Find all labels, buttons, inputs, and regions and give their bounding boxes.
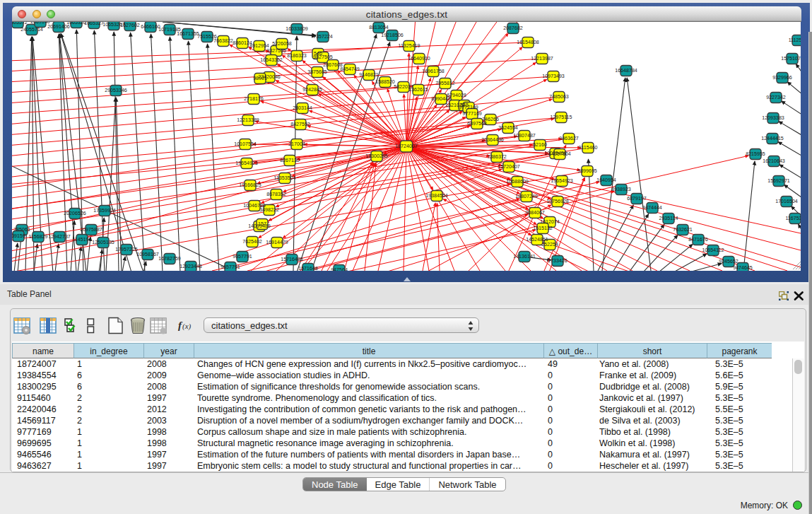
svg-text:1640954: 1640954 — [596, 177, 616, 183]
svg-text:12505135: 12505135 — [92, 240, 114, 245]
svg-text:9146821: 9146821 — [359, 72, 379, 78]
svg-text:19654923: 19654923 — [235, 160, 258, 166]
svg-text:12213389: 12213389 — [237, 117, 259, 123]
svg-text:19654923: 19654923 — [551, 178, 573, 184]
svg-text:7485063: 7485063 — [549, 94, 569, 100]
svg-text:29053346: 29053346 — [105, 88, 127, 93]
svg-text:5226058: 5226058 — [272, 41, 292, 47]
svg-text:16782759: 16782759 — [158, 256, 181, 262]
svg-text:2935114: 2935114 — [659, 216, 678, 221]
svg-text:2087682: 2087682 — [503, 25, 523, 31]
svg-text:2718176: 2718176 — [244, 96, 264, 102]
svg-text:16914479: 16914479 — [266, 240, 288, 245]
svg-text:12093383: 12093383 — [762, 115, 784, 121]
svg-text:8215955: 8215955 — [746, 151, 765, 157]
svg-text:14957604: 14957604 — [548, 151, 571, 157]
svg-text:15692971: 15692971 — [767, 178, 790, 184]
svg-text:20206526: 20206526 — [64, 211, 86, 216]
svg-text:1615132: 1615132 — [533, 226, 553, 231]
svg-text:20364436: 20364436 — [481, 137, 504, 143]
svg-text:15751074: 15751074 — [781, 56, 801, 62]
svg-text:98901: 98901 — [253, 76, 267, 81]
svg-text:3498222: 3498222 — [259, 207, 279, 213]
svg-text:1112541: 1112541 — [789, 37, 801, 43]
svg-text:9463627: 9463627 — [559, 136, 579, 141]
svg-text:9474444: 9474444 — [642, 205, 662, 211]
svg-text:12942737: 12942737 — [48, 234, 71, 240]
svg-text:7357224: 7357224 — [313, 34, 333, 40]
svg-text:785061: 785061 — [13, 227, 30, 233]
svg-text:1362615: 1362615 — [408, 87, 428, 93]
svg-text:9115460: 9115460 — [578, 145, 597, 151]
svg-text:7386372: 7386372 — [487, 154, 507, 160]
svg-text:2803144: 2803144 — [293, 105, 312, 111]
svg-text:1156829: 1156829 — [28, 234, 47, 240]
svg-text:17957225: 17957225 — [115, 247, 138, 252]
svg-text:10807487: 10807487 — [513, 133, 536, 139]
svg-text:16648784: 16648784 — [615, 68, 637, 74]
svg-text:14136141: 14136141 — [513, 254, 536, 259]
svg-text:20975887: 20975887 — [80, 227, 102, 233]
svg-text:9242845: 9242845 — [302, 87, 322, 93]
svg-text:7955812: 7955812 — [435, 81, 455, 86]
svg-text:9899695: 9899695 — [577, 168, 597, 174]
svg-text:7632621: 7632621 — [673, 227, 693, 233]
svg-text:16154808: 16154808 — [517, 40, 539, 45]
svg-text:39159: 39159 — [12, 233, 25, 239]
svg-text:6794028: 6794028 — [447, 93, 466, 98]
svg-text:12444415: 12444415 — [761, 136, 784, 141]
svg-text:947564: 947564 — [331, 267, 348, 271]
svg-text:9245652: 9245652 — [719, 259, 739, 264]
svg-text:9227342: 9227342 — [766, 95, 786, 100]
svg-text:9327505: 9327505 — [313, 54, 333, 60]
svg-text:18807249: 18807249 — [515, 194, 538, 199]
svg-text:1065327: 1065327 — [84, 22, 104, 26]
svg-text:1065326: 1065326 — [66, 22, 86, 25]
svg-text:217004: 217004 — [288, 141, 305, 147]
svg-text:12975115: 12975115 — [550, 115, 572, 120]
svg-text:8471676: 8471676 — [688, 237, 708, 243]
svg-text:9777169: 9777169 — [459, 105, 478, 110]
svg-text:157: 157 — [258, 221, 266, 227]
svg-text:11353504: 11353504 — [273, 175, 295, 181]
svg-text:12923448: 12923448 — [180, 264, 202, 269]
svg-text:10107554: 10107554 — [234, 141, 257, 147]
svg-text:3624554: 3624554 — [498, 125, 518, 131]
svg-text:16671355: 16671355 — [177, 31, 199, 37]
svg-text:1405572: 1405572 — [12, 22, 28, 25]
svg-text:10973493: 10973493 — [542, 74, 565, 79]
svg-text:6879197: 6879197 — [627, 196, 647, 201]
svg-text:746266: 746266 — [482, 117, 499, 122]
svg-text:(x): (x) — [182, 322, 192, 331]
svg-text:8678352: 8678352 — [266, 192, 286, 197]
svg-text:9657791: 9657791 — [220, 264, 240, 270]
svg-text:24055714: 24055714 — [20, 27, 43, 33]
svg-text:1571648: 1571648 — [298, 266, 318, 271]
svg-text:8427552: 8427552 — [290, 122, 310, 127]
svg-text:8454749: 8454749 — [340, 66, 360, 72]
svg-text:10756928: 10756928 — [546, 199, 569, 204]
svg-text:8938923: 8938923 — [611, 187, 631, 192]
svg-text:19218506: 19218506 — [381, 33, 404, 38]
svg-text:16033809: 16033809 — [286, 26, 308, 32]
svg-text:10654112: 10654112 — [702, 247, 724, 253]
svg-text:10958167: 10958167 — [136, 252, 159, 257]
svg-text:9084067: 9084067 — [525, 210, 545, 216]
svg-text:8186323: 8186323 — [287, 53, 307, 59]
svg-text:17359924: 17359924 — [93, 208, 116, 214]
svg-text:16961758: 16961758 — [422, 69, 445, 74]
svg-text:10688609: 10688609 — [506, 179, 529, 185]
svg-text:16210643: 16210643 — [763, 158, 785, 164]
svg-text:19384554: 19384554 — [425, 193, 448, 199]
svg-text:3875685: 3875685 — [307, 69, 327, 75]
svg-text:9657791: 9657791 — [233, 254, 252, 259]
svg-text:9777169: 9777169 — [462, 111, 482, 117]
svg-text:1145194: 1145194 — [72, 237, 91, 243]
svg-text:15720407: 15720407 — [498, 164, 520, 170]
svg-text:16543362: 16543362 — [260, 57, 283, 63]
svg-text:12213987: 12213987 — [531, 56, 553, 62]
svg-text:17016504: 17016504 — [775, 199, 798, 204]
svg-text:1588520: 1588520 — [375, 79, 395, 85]
svg-text:1527602: 1527602 — [120, 23, 140, 28]
svg-text:18724007: 18724007 — [395, 144, 418, 149]
